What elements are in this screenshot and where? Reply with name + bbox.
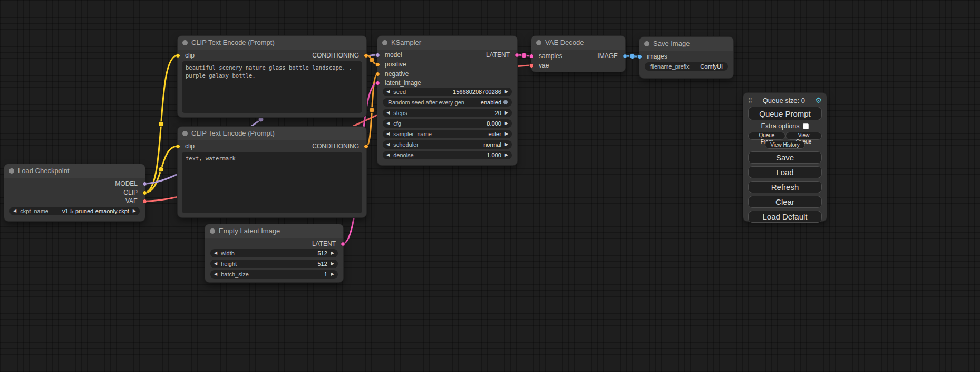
conditioning-port-icon[interactable]	[375, 72, 380, 77]
collapse-dot-icon[interactable]	[210, 228, 215, 234]
drag-handle-icon[interactable]: ⣿	[748, 97, 752, 104]
refresh-button[interactable]: Refresh	[748, 181, 822, 193]
clip-port-icon[interactable]	[176, 144, 180, 149]
input-slot-latent-image[interactable]: latent_image	[377, 79, 421, 87]
decrement-arrow-icon[interactable]: ◀	[214, 270, 217, 279]
output-slot-model[interactable]: MODEL	[115, 179, 145, 188]
widget-seed[interactable]: ◀ seed 156680208700286 ▶	[383, 88, 512, 96]
node-save-image[interactable]: Save Image images filename_prefix ComfyU…	[639, 37, 733, 78]
input-slot-positive[interactable]: positive	[377, 60, 406, 69]
output-slot-latent[interactable]: LATENT	[486, 51, 517, 59]
collapse-dot-icon[interactable]	[182, 40, 188, 45]
clip-port-icon[interactable]	[142, 190, 147, 195]
collapse-dot-icon[interactable]	[182, 131, 188, 136]
widget-scheduler[interactable]: ◀ scheduler normal ▶	[383, 140, 512, 149]
node-header[interactable]: VAE Decode	[531, 36, 625, 50]
output-slot-latent[interactable]: LATENT	[312, 240, 343, 248]
increment-arrow-icon[interactable]: ▶	[331, 260, 334, 268]
conditioning-port-icon[interactable]	[364, 53, 368, 58]
input-slot-negative[interactable]: negative	[377, 70, 409, 78]
latent-port-icon[interactable]	[515, 53, 519, 58]
load-button[interactable]: Load	[748, 166, 822, 178]
widget-steps[interactable]: ◀ steps 20 ▶	[383, 109, 512, 117]
load-default-button[interactable]: Load Default	[748, 211, 822, 223]
node-header[interactable]: Save Image	[639, 37, 733, 51]
output-slot-clip[interactable]: CLIP	[123, 188, 145, 197]
decrement-arrow-icon[interactable]: ◀	[386, 140, 390, 149]
node-header[interactable]: KSampler	[377, 36, 517, 50]
increment-arrow-icon[interactable]: ▶	[331, 270, 334, 279]
widget-width[interactable]: ◀ width 512 ▶	[210, 249, 338, 257]
widget-height[interactable]: ◀ height 512 ▶	[210, 260, 338, 268]
decrement-arrow-icon[interactable]: ◀	[13, 207, 16, 215]
node-header[interactable]: CLIP Text Encode (Prompt)	[178, 36, 366, 50]
view-queue-button[interactable]: View Queue	[785, 132, 822, 140]
input-slot-images[interactable]: images	[639, 52, 667, 61]
save-button[interactable]: Save	[748, 151, 822, 164]
increment-arrow-icon[interactable]: ▶	[505, 130, 508, 138]
vae-port-icon[interactable]	[142, 199, 147, 204]
node-vae-decode[interactable]: VAE Decode samples vae IMAGE	[531, 36, 625, 72]
image-port-icon[interactable]	[623, 54, 627, 59]
increment-arrow-icon[interactable]: ▶	[505, 140, 508, 149]
settings-gear-icon[interactable]: ⚙	[815, 97, 822, 104]
widget-batch-size[interactable]: ◀ batch_size 1 ▶	[210, 270, 338, 279]
decrement-arrow-icon[interactable]: ◀	[386, 109, 390, 117]
view-history-button[interactable]: View History	[765, 141, 804, 149]
decrement-arrow-icon[interactable]: ◀	[214, 249, 217, 257]
node-empty-latent-image[interactable]: Empty Latent Image LATENT ◀ width 512 ▶ …	[205, 224, 343, 282]
widget-random-seed-toggle[interactable]: Random seed after every gen enabled	[383, 98, 512, 107]
node-load-checkpoint[interactable]: Load Checkpoint MODEL CLIP VAE ◀ ckpt_na…	[4, 164, 145, 221]
widget-denoise[interactable]: ◀ denoise 1.000 ▶	[383, 151, 512, 159]
collapse-dot-icon[interactable]	[644, 41, 649, 46]
toggle-knob-icon[interactable]	[503, 100, 508, 105]
input-slot-vae[interactable]: vae	[531, 61, 549, 70]
increment-arrow-icon[interactable]: ▶	[505, 119, 508, 128]
vae-port-icon[interactable]	[529, 63, 534, 68]
input-slot-clip[interactable]: clip	[178, 51, 195, 60]
widget-ckpt-name[interactable]: ◀ ckpt_name v1-5-pruned-emaonly.ckpt ▶	[9, 207, 140, 215]
decrement-arrow-icon[interactable]: ◀	[386, 88, 390, 96]
node-clip-text-encode-negative[interactable]: CLIP Text Encode (Prompt) clip CONDITION…	[178, 127, 366, 217]
output-slot-conditioning[interactable]: CONDITIONING	[312, 51, 366, 60]
model-port-icon[interactable]	[375, 53, 380, 58]
increment-arrow-icon[interactable]: ▶	[331, 249, 334, 257]
decrement-arrow-icon[interactable]: ◀	[214, 260, 217, 268]
negative-prompt-textarea[interactable]: text, watermark	[182, 152, 362, 213]
output-slot-conditioning[interactable]: CONDITIONING	[312, 142, 366, 150]
image-port-icon[interactable]	[637, 54, 642, 59]
widget-cfg[interactable]: ◀ cfg 8.000 ▶	[383, 119, 512, 128]
conditioning-port-icon[interactable]	[375, 62, 380, 67]
latent-port-icon[interactable]	[375, 81, 380, 85]
increment-arrow-icon[interactable]: ▶	[505, 88, 508, 96]
node-header[interactable]: CLIP Text Encode (Prompt)	[178, 127, 366, 140]
node-ksampler[interactable]: KSampler model positive negative latent_…	[377, 36, 517, 165]
output-slot-image[interactable]: IMAGE	[597, 52, 625, 60]
latent-port-icon[interactable]	[341, 242, 345, 246]
collapse-dot-icon[interactable]	[382, 40, 387, 45]
output-slot-vae[interactable]: VAE	[125, 197, 145, 205]
node-header[interactable]: Load Checkpoint	[4, 164, 145, 178]
input-slot-samples[interactable]: samples	[531, 52, 562, 60]
queue-front-button[interactable]: Queue Front	[748, 132, 785, 140]
increment-arrow-icon[interactable]: ▶	[133, 207, 136, 215]
increment-arrow-icon[interactable]: ▶	[505, 151, 508, 159]
input-slot-model[interactable]: model	[377, 51, 402, 59]
widget-sampler-name[interactable]: ◀ sampler_name euler ▶	[383, 130, 512, 138]
decrement-arrow-icon[interactable]: ◀	[386, 130, 390, 138]
extra-options-checkbox[interactable]	[803, 123, 809, 129]
positive-prompt-textarea[interactable]: beautiful scenery nature glass bottle la…	[182, 61, 362, 113]
queue-prompt-button[interactable]: Queue Prompt	[748, 107, 822, 120]
collapse-dot-icon[interactable]	[9, 168, 14, 174]
latent-port-icon[interactable]	[529, 54, 534, 59]
node-clip-text-encode-positive[interactable]: CLIP Text Encode (Prompt) clip CONDITION…	[178, 36, 366, 117]
decrement-arrow-icon[interactable]: ◀	[386, 151, 390, 159]
conditioning-port-icon[interactable]	[364, 144, 368, 149]
model-port-icon[interactable]	[142, 182, 147, 186]
collapse-dot-icon[interactable]	[536, 40, 541, 45]
node-header[interactable]: Empty Latent Image	[205, 224, 343, 238]
clip-port-icon[interactable]	[176, 53, 180, 58]
decrement-arrow-icon[interactable]: ◀	[386, 119, 390, 128]
increment-arrow-icon[interactable]: ▶	[505, 109, 508, 117]
widget-filename-prefix[interactable]: filename_prefix ComfyUI	[645, 62, 728, 71]
